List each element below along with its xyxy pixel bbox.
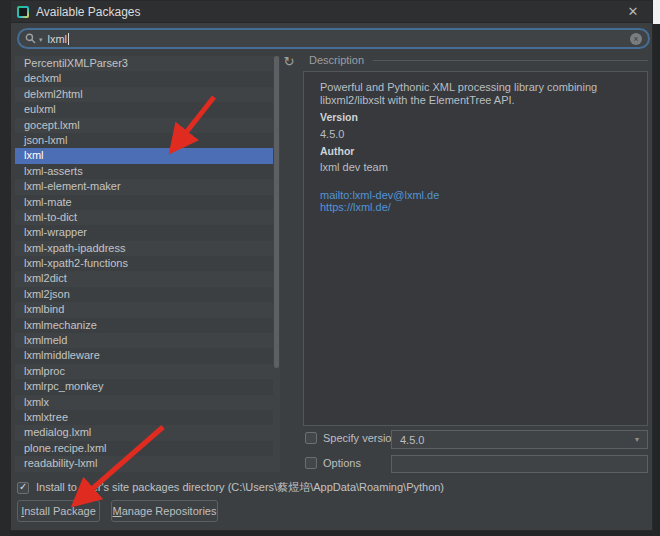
- list-item[interactable]: declxml: [15, 71, 273, 86]
- mailto-link[interactable]: mailto:lxml-dev@lxml.de: [320, 189, 629, 201]
- package-list-scrollbar[interactable]: [273, 56, 280, 472]
- text-caret: [68, 33, 69, 45]
- list-item[interactable]: lxmlxtree: [15, 410, 273, 425]
- screen: Available Packages ✕ ▾ lxml × PercentilX…: [0, 0, 660, 536]
- install-to-user-site-label: Install to user's site packages director…: [36, 480, 444, 495]
- list-item[interactable]: PercentilXMLParser3: [15, 56, 273, 71]
- list-item[interactable]: lxmlmiddleware: [15, 348, 273, 363]
- list-item[interactable]: gocept.lxml: [15, 118, 273, 133]
- list-item[interactable]: lxml2dict: [15, 271, 273, 286]
- options-checkbox[interactable]: [305, 457, 317, 469]
- reload-packages-icon[interactable]: ↻: [281, 54, 297, 70]
- author-value: lxml dev team: [320, 161, 629, 173]
- description-panel: Powerful and Pythonic XML processing lib…: [303, 71, 648, 426]
- pycharm-icon: [17, 6, 29, 18]
- manage-repositories-button[interactable]: Manage Repositories: [111, 500, 218, 522]
- background-window-fragment: [652, 0, 660, 24]
- list-item[interactable]: lxmlmeld: [15, 333, 273, 348]
- list-item[interactable]: lxml-asserts: [15, 164, 273, 179]
- dialog-titlebar: Available Packages ✕: [11, 1, 652, 23]
- list-item[interactable]: lxml-wrapper: [15, 225, 273, 240]
- description-group-title: Description: [309, 54, 364, 66]
- list-item[interactable]: lxml-to-dict: [15, 210, 273, 225]
- list-item[interactable]: medialog.lxml: [15, 425, 273, 440]
- available-packages-dialog: Available Packages ✕ ▾ lxml × PercentilX…: [10, 0, 653, 531]
- search-filter-dropdown-icon[interactable]: ▾: [39, 36, 43, 44]
- search-input[interactable]: ▾ lxml ×: [17, 28, 650, 49]
- list-item[interactable]: json-lxml: [15, 133, 273, 148]
- list-item[interactable]: lxmlrpc_monkey: [15, 379, 273, 394]
- author-label: Author: [320, 145, 629, 157]
- homepage-link[interactable]: https://lxml.de/: [320, 201, 629, 213]
- list-item[interactable]: lxmlmechanize: [15, 318, 273, 333]
- version-label: Version: [320, 111, 629, 123]
- background-ide-strip: [0, 0, 10, 536]
- list-item[interactable]: lxmlbind: [15, 302, 273, 317]
- description-group-line: [373, 60, 648, 61]
- list-item[interactable]: lxml-mate: [15, 195, 273, 210]
- install-to-user-site-checkbox[interactable]: [17, 482, 29, 494]
- scrollbar-thumb[interactable]: [274, 56, 279, 368]
- install-package-button[interactable]: Install Package: [17, 500, 100, 522]
- list-item[interactable]: readability-lxml: [15, 456, 273, 471]
- list-item[interactable]: lxml-element-maker: [15, 179, 273, 194]
- list-item[interactable]: lxml2json: [15, 287, 273, 302]
- version-combobox-value: 4.5.0: [400, 434, 424, 446]
- options-input[interactable]: [391, 455, 648, 473]
- version-combobox[interactable]: 4.5.0 ▾: [391, 430, 648, 449]
- list-item[interactable]: plone.recipe.lxml: [15, 441, 273, 456]
- close-icon[interactable]: ✕: [624, 3, 642, 21]
- search-value: lxml: [48, 33, 68, 45]
- list-item[interactable]: lxml-xpath-ipaddress: [15, 241, 273, 256]
- clear-search-icon[interactable]: ×: [630, 33, 642, 45]
- search-icon: [25, 33, 36, 44]
- options-label: Options: [323, 457, 361, 469]
- list-item[interactable]: lxml: [15, 148, 273, 163]
- list-item[interactable]: lxmlx: [15, 395, 273, 410]
- dialog-title: Available Packages: [36, 5, 141, 19]
- specify-version-label: Specify version: [323, 432, 398, 444]
- list-item[interactable]: eulxml: [15, 102, 273, 117]
- package-list: PercentilXMLParser3declxmldelxml2htmleul…: [15, 56, 273, 472]
- version-value: 4.5.0: [320, 128, 629, 140]
- package-summary: Powerful and Pythonic XML processing lib…: [320, 81, 629, 107]
- list-item[interactable]: lxmlproc: [15, 364, 273, 379]
- specify-version-checkbox[interactable]: [305, 432, 317, 444]
- list-item[interactable]: lxml-xpath2-functions: [15, 256, 273, 271]
- list-item[interactable]: delxml2html: [15, 87, 273, 102]
- chevron-down-icon: ▾: [635, 435, 639, 444]
